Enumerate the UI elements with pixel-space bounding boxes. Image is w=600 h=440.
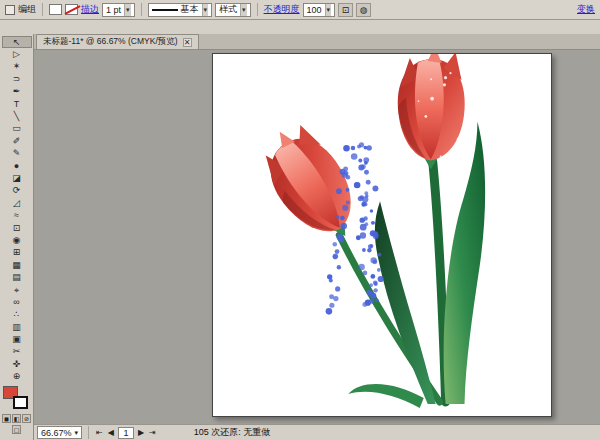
document-tab-bar: 未标题-11* @ 66.67% (CMYK/预览) ✕ xyxy=(34,34,600,50)
opacity-link[interactable]: 不透明度 xyxy=(264,3,300,16)
isolate-group-button[interactable]: ⊡ xyxy=(338,3,353,17)
fill-color-swatch[interactable] xyxy=(49,4,62,15)
stroke-color-control[interactable] xyxy=(13,396,28,409)
last-artboard-icon[interactable]: ⇥ xyxy=(148,428,157,437)
illustrator-window: 编组 描边 1 pt ▾ 基本 ▾ 样式 ▾ 不透明度 100 ▾ ⊡ ◍ 变换 xyxy=(0,0,600,440)
color-mode-button[interactable]: ◼ xyxy=(2,414,11,423)
blob-brush-tool[interactable]: ● xyxy=(2,160,32,172)
undo-status-text: 105 次还原: 无重做 xyxy=(194,426,271,439)
style-value: 样式 xyxy=(219,3,237,16)
column-graph-tool[interactable]: ▥ xyxy=(2,321,32,333)
type-tool[interactable]: T xyxy=(2,98,32,110)
opacity-value: 100 xyxy=(307,5,322,15)
first-artboard-icon[interactable]: ⇤ xyxy=(95,428,104,437)
none-mode-button[interactable]: ⊘ xyxy=(22,414,31,423)
spinner-icon[interactable]: ▾ xyxy=(124,4,131,16)
stroke-width-value: 1 pt xyxy=(106,5,121,15)
color-controls xyxy=(2,386,32,412)
artboard-tool[interactable]: ▣ xyxy=(2,333,32,345)
artboard[interactable] xyxy=(212,53,552,417)
tulip-artwork xyxy=(213,54,551,416)
shape-builder-tool[interactable]: ◉ xyxy=(2,234,32,246)
line-segment-tool[interactable]: ╲ xyxy=(2,110,32,122)
chevron-down-icon[interactable]: ▾ xyxy=(325,4,332,16)
stroke-color-swatch[interactable] xyxy=(65,4,78,15)
slice-tool[interactable]: ✂ xyxy=(2,346,32,358)
tools-list: ↖▷✶⊃✒T╲▭✐✎●◪⟳◿≈⊡◉⊞▦▤⌖∞∴▥▣✂✜⊕ xyxy=(2,36,32,383)
magic-wand-tool[interactable]: ✶ xyxy=(2,61,32,73)
width-tool[interactable]: ≈ xyxy=(2,209,32,221)
chevron-down-icon[interactable]: ▾ xyxy=(202,4,209,16)
separator xyxy=(42,3,43,16)
style-combo[interactable]: 样式 ▾ xyxy=(215,3,251,17)
brush-stroke-preview-icon xyxy=(152,9,178,11)
zoom-level-value: 66.67% xyxy=(41,428,72,438)
pencil-tool[interactable]: ✎ xyxy=(2,148,32,160)
zoom-tool[interactable]: ⊕ xyxy=(2,371,32,383)
brush-definition-value: 基本 xyxy=(181,3,199,16)
paint-mode-row: ◼ ◧ ⊘ xyxy=(2,414,31,423)
control-bar: 编组 描边 1 pt ▾ 基本 ▾ 样式 ▾ 不透明度 100 ▾ ⊡ ◍ 变换 xyxy=(0,0,600,20)
workspace: 未标题-11* @ 66.67% (CMYK/预览) ✕ xyxy=(34,34,600,440)
direct-selection-tool[interactable]: ▷ xyxy=(2,48,32,60)
screen-mode-row: ▢ xyxy=(12,425,21,434)
eraser-tool[interactable]: ◪ xyxy=(2,172,32,184)
separator xyxy=(88,426,89,439)
recolor-artwork-button[interactable]: ◍ xyxy=(356,3,371,17)
document-tab[interactable]: 未标题-11* @ 66.67% (CMYK/预览) ✕ xyxy=(36,34,199,49)
lasso-tool[interactable]: ⊃ xyxy=(2,73,32,85)
tools-panel: ↖▷✶⊃✒T╲▭✐✎●◪⟳◿≈⊡◉⊞▦▤⌖∞∴▥▣✂✜⊕ ◼ ◧ ⊘ ▢ xyxy=(0,34,34,440)
rotate-tool[interactable]: ⟳ xyxy=(2,185,32,197)
window-gap-strip xyxy=(0,20,600,34)
chevron-down-icon[interactable]: ▾ xyxy=(75,429,79,437)
gradient-mode-button[interactable]: ◧ xyxy=(12,414,21,423)
canvas-area[interactable] xyxy=(34,50,600,424)
zoom-level-combo[interactable]: 66.67% ▾ xyxy=(37,426,82,439)
separator xyxy=(141,3,142,16)
opacity-combo[interactable]: 100 ▾ xyxy=(303,3,336,17)
transform-link[interactable]: 变换 xyxy=(577,3,595,16)
scale-tool[interactable]: ◿ xyxy=(2,197,32,209)
free-transform-tool[interactable]: ⊡ xyxy=(2,222,32,234)
next-artboard-icon[interactable]: ▶ xyxy=(137,428,145,437)
mesh-tool[interactable]: ▦ xyxy=(2,259,32,271)
stroke-link[interactable]: 描边 xyxy=(81,3,99,16)
stroke-width-combo[interactable]: 1 pt ▾ xyxy=(102,3,135,17)
perspective-grid-tool[interactable]: ⊞ xyxy=(2,247,32,259)
rectangle-tool[interactable]: ▭ xyxy=(2,123,32,135)
document-title: 未标题-11* @ 66.67% (CMYK/预览) xyxy=(43,36,178,48)
hand-tool[interactable]: ✜ xyxy=(2,358,32,370)
selection-type-label: 编组 xyxy=(18,3,36,16)
screen-mode-button[interactable]: ▢ xyxy=(12,425,21,434)
separator xyxy=(257,3,258,16)
symbol-sprayer-tool[interactable]: ∴ xyxy=(2,309,32,321)
artboard-number-field[interactable]: 1 xyxy=(118,427,134,439)
blend-tool[interactable]: ∞ xyxy=(2,296,32,308)
chevron-down-icon[interactable]: ▾ xyxy=(240,4,247,16)
status-bar: 66.67% ▾ ⇤ ◀ 1 ▶ ⇥ 105 次还原: 无重做 xyxy=(34,424,600,440)
paintbrush-tool[interactable]: ✐ xyxy=(2,135,32,147)
brush-definition-combo[interactable]: 基本 ▾ xyxy=(148,3,213,17)
pen-tool[interactable]: ✒ xyxy=(2,86,32,98)
selection-tool[interactable]: ↖ xyxy=(2,36,32,48)
gradient-tool[interactable]: ▤ xyxy=(2,271,32,283)
main-area: ↖▷✶⊃✒T╲▭✐✎●◪⟳◿≈⊡◉⊞▦▤⌖∞∴▥▣✂✜⊕ ◼ ◧ ⊘ ▢ 未标题… xyxy=(0,34,600,440)
prev-artboard-icon[interactable]: ◀ xyxy=(107,428,115,437)
close-icon[interactable]: ✕ xyxy=(183,38,192,47)
eyedropper-tool[interactable]: ⌖ xyxy=(2,284,32,296)
selection-object-icon xyxy=(5,5,15,15)
